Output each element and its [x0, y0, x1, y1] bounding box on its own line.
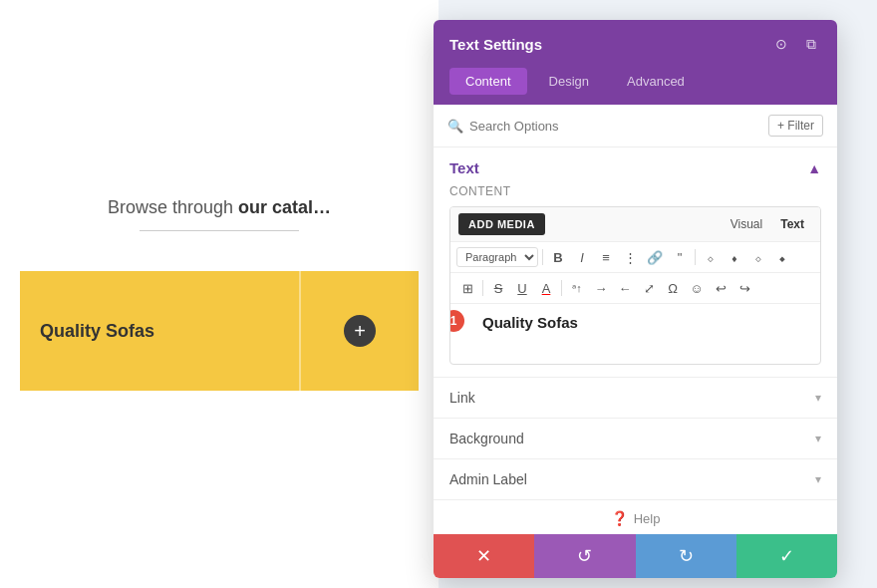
link-chevron-icon: ▾ [815, 391, 821, 405]
link-section[interactable]: Link ▾ [434, 377, 837, 418]
emoji-button[interactable]: ☺ [686, 277, 708, 299]
paragraph-select[interactable]: Paragraph Heading 1 Heading 2 [456, 247, 538, 267]
separator-3 [482, 280, 483, 296]
align-justify-button[interactable]: ⬥ [771, 246, 793, 268]
filter-button[interactable]: + Filter [768, 115, 823, 137]
text-section-chevron[interactable]: ▲ [807, 160, 821, 176]
add-media-button[interactable]: ADD MEDIA [458, 213, 545, 235]
toolbar-row2: ⊞ S U A ᵃ↑ → ← ⤢ Ω ☺ ↩ ↪ [450, 273, 820, 304]
page-content: Browse through our catal… Quality Sofas … [0, 0, 438, 588]
text-color-button[interactable]: A [535, 277, 557, 299]
action-bar: ✕ ↺ ↻ ✓ [434, 534, 837, 578]
yellow-right[interactable]: + [299, 271, 419, 391]
add-element-button[interactable]: + [344, 315, 376, 347]
divider-line [140, 230, 299, 231]
tab-advanced[interactable]: Advanced [611, 68, 701, 95]
yellow-section: Quality Sofas + [20, 271, 419, 391]
undo-button[interactable]: ↩ [710, 277, 731, 299]
superscript-button[interactable]: ᵃ↑ [566, 277, 588, 299]
admin-label-section-title: Admin Label [449, 471, 527, 487]
italic-button[interactable]: I [571, 246, 593, 268]
reset-button[interactable]: ↺ [534, 534, 635, 578]
save-button[interactable]: ✓ [736, 534, 837, 578]
background-section-title: Background [449, 431, 524, 446]
underline-button[interactable]: U [511, 277, 533, 299]
settings-circle-icon[interactable]: ⊙ [771, 34, 791, 54]
admin-label-section[interactable]: Admin Label ▾ [434, 458, 837, 499]
tab-design[interactable]: Design [533, 68, 605, 95]
yellow-left: Quality Sofas [20, 271, 299, 391]
help-bar: ❓ Help [434, 499, 837, 534]
link-section-title: Link [449, 390, 475, 406]
text-section-content: Content ADD MEDIA Visual Text Paragraph … [434, 184, 837, 377]
cancel-button[interactable]: ✕ [434, 534, 534, 578]
search-icon: 🔍 [447, 119, 463, 134]
settings-panel: Text Settings ⊙ ⧉ Content Design Advance… [434, 20, 837, 578]
view-toggle: Visual Text [723, 214, 812, 234]
ul-button[interactable]: ≡ [595, 246, 617, 268]
editor-text[interactable]: Quality Sofas [462, 314, 808, 331]
content-label: Content [449, 184, 821, 198]
panel-body: Text ▲ Content ADD MEDIA Visual Text Pa [434, 147, 837, 534]
outdent-button[interactable]: ← [614, 277, 636, 299]
text-section-title: Text [449, 159, 479, 176]
panel-header-icons: ⊙ ⧉ [771, 34, 821, 54]
link-button[interactable]: 🔗 [643, 246, 667, 268]
table-button[interactable]: ⊞ [456, 277, 478, 299]
editor-toolbar: ADD MEDIA Visual Text Paragraph Heading … [449, 206, 821, 365]
help-text: Help [634, 511, 661, 526]
indent-button[interactable]: → [590, 277, 612, 299]
tab-content[interactable]: Content [449, 68, 527, 95]
search-bar: 🔍 + Filter [434, 105, 837, 147]
align-left-button[interactable]: ⬦ [700, 246, 722, 268]
special-chars-button[interactable]: Ω [662, 277, 684, 299]
separator-4 [561, 280, 562, 296]
toolbar-top: ADD MEDIA Visual Text [450, 207, 820, 242]
admin-label-chevron-icon: ▾ [815, 472, 821, 486]
redo-action-button[interactable]: ↻ [636, 534, 736, 578]
background-section[interactable]: Background ▾ [434, 418, 837, 458]
separator-2 [695, 249, 696, 265]
toolbar-row1: Paragraph Heading 1 Heading 2 B I ≡ ⋮ 🔗 … [450, 242, 820, 273]
search-input[interactable] [469, 119, 762, 134]
blockquote-button[interactable]: " [669, 246, 691, 268]
fullscreen-button[interactable]: ⤢ [638, 277, 660, 299]
align-right-button[interactable]: ⬦ [747, 246, 769, 268]
separator-1 [542, 249, 543, 265]
panel-title: Text Settings [449, 36, 542, 53]
split-view-icon[interactable]: ⧉ [801, 34, 821, 54]
browse-text: Browse through our catal… [108, 197, 331, 218]
ol-button[interactable]: ⋮ [619, 246, 641, 268]
panel-tabs: Content Design Advanced [434, 68, 837, 105]
editor-content[interactable]: 1 Quality Sofas [450, 304, 820, 364]
bold-button[interactable]: B [547, 246, 569, 268]
panel-header: Text Settings ⊙ ⧉ [434, 20, 837, 68]
quality-sofas-label: Quality Sofas [40, 321, 154, 342]
text-view-button[interactable]: Text [772, 214, 812, 234]
align-center-button[interactable]: ⬧ [724, 246, 745, 268]
background-chevron-icon: ▾ [815, 432, 821, 445]
text-section-header: Text ▲ [434, 147, 837, 184]
visual-view-button[interactable]: Visual [723, 214, 770, 234]
redo-button[interactable]: ↪ [733, 277, 755, 299]
help-icon: ❓ [611, 510, 628, 526]
strikethrough-button[interactable]: S [487, 277, 509, 299]
